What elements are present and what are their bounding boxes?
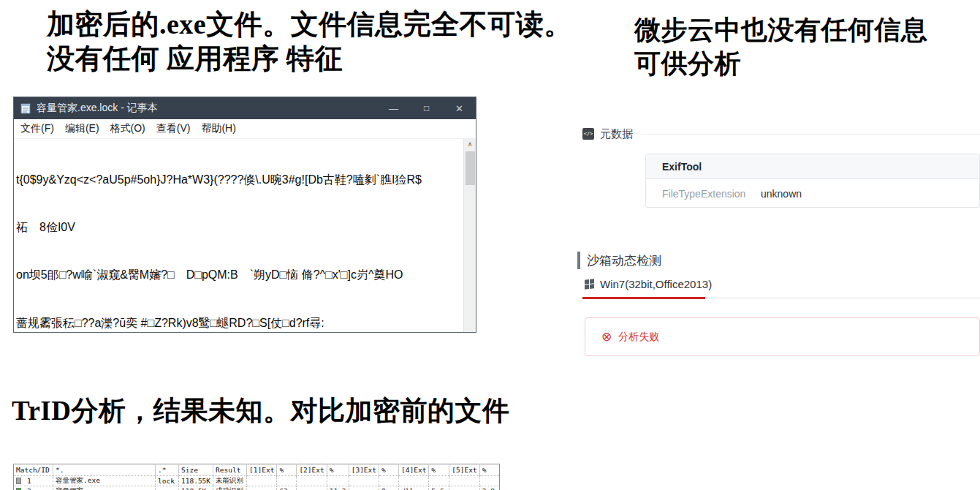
metadata-section-header: </> 元数据: [582, 127, 980, 141]
col-pct2: %: [327, 464, 349, 476]
col-ext3: [3]Ext: [349, 464, 379, 476]
match-id-cell: 2: [14, 486, 53, 490]
text-line: 蔷规霱張秐□??a濼?ū奕 #□Z?Rk)v8鹥□螁RD?□S[仗□d?rf尋:: [16, 315, 463, 331]
menu-help[interactable]: 帮助(H): [201, 122, 235, 135]
col-pct3: %: [379, 464, 399, 476]
ext3-cell: exe: [349, 486, 379, 490]
ext4-cell: dll: [399, 486, 429, 490]
ext-cell: exe: [156, 486, 179, 490]
scrollbar-thumb[interactable]: [466, 151, 475, 185]
analysis-failed-alert: ⊗ 分析失败: [585, 317, 980, 356]
exiftool-card-title: ExifTool: [646, 154, 979, 179]
col-result: Result: [213, 464, 247, 476]
menu-view[interactable]: 查看(V): [156, 122, 191, 135]
window-controls: — □ ✕: [377, 97, 476, 119]
table-header-row: Match/ID *. .* Size Result [1]Ext % [2]E…: [14, 464, 500, 476]
menu-edit[interactable]: 编辑(E): [65, 122, 99, 135]
heading-trid: TrID分析，结果未知。对比加密前的文件: [12, 395, 509, 427]
text-line: t{0$9y&Yzq<z<?aU5p#5oh}J?Ha*W3}(????倏\.U…: [16, 172, 463, 188]
col-pct5: %: [479, 464, 499, 476]
notepad-body: t{0$9y&Yzq<z<?aU5p#5oh}J?Ha*W3}(????倏\.U…: [14, 139, 476, 332]
ext5-cell: [449, 476, 479, 486]
slide-canvas: 加密后的.exe文件。文件信息完全不可读。 没有任何 应用程序 特征 微步云中也…: [0, 0, 980, 490]
error-label: 分析失败: [618, 331, 659, 344]
filename-cell: 容量管家.exe: [53, 476, 156, 486]
section-divider: [642, 134, 980, 135]
match-indicator: [16, 478, 21, 484]
ext-cell: lock: [156, 476, 179, 486]
col-ext5: [5]Ext: [449, 464, 479, 476]
col-filename: *.: [53, 464, 156, 476]
notepad-menubar: 文件(F) 编辑(E) 格式(O) 查看(V) 帮助(H): [14, 119, 476, 139]
sandbox-section-header: 沙箱动态检测: [577, 252, 661, 269]
tab-divider: [705, 298, 980, 298]
section-marker: [577, 252, 580, 269]
heading-threatbook: 微步云中也没有任何信息 可供分析: [634, 13, 928, 80]
col-ext: .*: [156, 464, 179, 476]
close-button[interactable]: ✕: [443, 103, 476, 114]
maximize-button[interactable]: □: [410, 103, 443, 113]
col-ext2: [2]Ext: [297, 464, 327, 476]
active-tab-indicator: [582, 297, 705, 299]
pct3-cell: 9: [379, 486, 399, 490]
code-icon: </>: [582, 128, 594, 140]
sandbox-section-title: 沙箱动态检测: [587, 252, 661, 269]
heading-line-2: 可供分析: [634, 47, 928, 80]
match-id-cell: 1: [14, 476, 53, 486]
metadata-value: unknown: [761, 188, 802, 200]
ext2-cell: scr: [297, 486, 327, 490]
result-cell: 成功识别: [213, 486, 247, 490]
menu-format[interactable]: 格式(O): [110, 122, 145, 135]
notepad-text-area[interactable]: t{0$9y&Yzq<z<?aU5p#5oh}J?Ha*W3}(????倏\.U…: [14, 139, 463, 332]
pct5-cell: 3.8: [479, 486, 499, 490]
windows-logo-icon: [585, 279, 594, 289]
ext4-cell: [399, 476, 429, 486]
text-line: on坝5郋□?w喻`淑窥&臋M嬸?□ D□pQM:B `朔yD□恼 脩?^□x'…: [16, 267, 463, 283]
table-row[interactable]: 2 容量管家 exe 118.5K 成功识别 exe 63 scr 11.3 e…: [14, 486, 500, 490]
error-circle-x-icon: ⊗: [601, 331, 612, 343]
pct3-cell: [379, 476, 399, 486]
notepad-window: 容量管家.exe.lock - 记事本 — □ ✕ 文件(F) 编辑(E) 格式…: [13, 97, 476, 333]
metadata-row: FileTypeExtension unknown: [646, 179, 979, 208]
pct4-cell: [429, 476, 449, 486]
pct5-cell: [479, 476, 499, 486]
pct1-cell: 63: [277, 486, 297, 490]
col-pct4: %: [429, 464, 449, 476]
col-ext1: [1]Ext: [247, 464, 277, 476]
filename-cell: 容量管家: [53, 486, 156, 490]
heading-line-2: 没有任何 应用程序 特征: [47, 42, 572, 76]
window-title: 容量管家.exe.lock - 记事本: [37, 102, 377, 115]
pct2-cell: 11.3: [327, 486, 349, 490]
sandbox-tab-win7[interactable]: Win7(32bit,Office2013): [585, 278, 712, 290]
menu-file[interactable]: 文件(F): [20, 122, 54, 135]
ext1-cell: exe: [247, 486, 277, 490]
ext5-cell: exe: [449, 486, 479, 490]
col-pct1: %: [277, 464, 297, 476]
ext3-cell: [349, 476, 379, 486]
ext1-cell: [247, 476, 277, 486]
text-line: 祏 8俭I0V: [16, 219, 463, 235]
metadata-key: FileTypeExtension: [662, 188, 761, 200]
notepad-titlebar[interactable]: 容量管家.exe.lock - 记事本 — □ ✕: [14, 97, 476, 119]
col-match-id: Match/ID: [14, 464, 53, 476]
heading-line-1: 微步云中也没有任何信息: [634, 13, 928, 47]
pct1-cell: [277, 476, 297, 486]
sandbox-tab-label: Win7(32bit,Office2013): [600, 278, 712, 290]
col-size: Size: [179, 464, 213, 476]
result-cell: 未能识别: [213, 476, 247, 486]
col-ext4: [4]Ext: [399, 464, 429, 476]
metadata-section-title: 元数据: [600, 127, 633, 141]
scroll-up-arrow-icon[interactable]: ∧: [464, 139, 476, 151]
size-cell: 118.55K: [179, 476, 213, 486]
size-cell: 118.5K: [179, 486, 213, 490]
table-row[interactable]: 1 容量管家.exe lock 118.55K 未能识别: [14, 476, 500, 486]
pct4-cell: 5.6: [429, 486, 449, 490]
minimize-button[interactable]: —: [377, 103, 410, 114]
exiftool-card: ExifTool FileTypeExtension unknown: [645, 154, 980, 208]
vertical-scrollbar[interactable]: ∧: [463, 139, 476, 332]
heading-line-1: 加密后的.exe文件。文件信息完全不可读。: [47, 7, 572, 42]
ext2-cell: [297, 476, 327, 486]
notepad-icon: [20, 102, 31, 114]
trid-results-table: Match/ID *. .* Size Result [1]Ext % [2]E…: [13, 464, 500, 490]
heading-encrypted-exe: 加密后的.exe文件。文件信息完全不可读。 没有任何 应用程序 特征: [47, 7, 572, 76]
